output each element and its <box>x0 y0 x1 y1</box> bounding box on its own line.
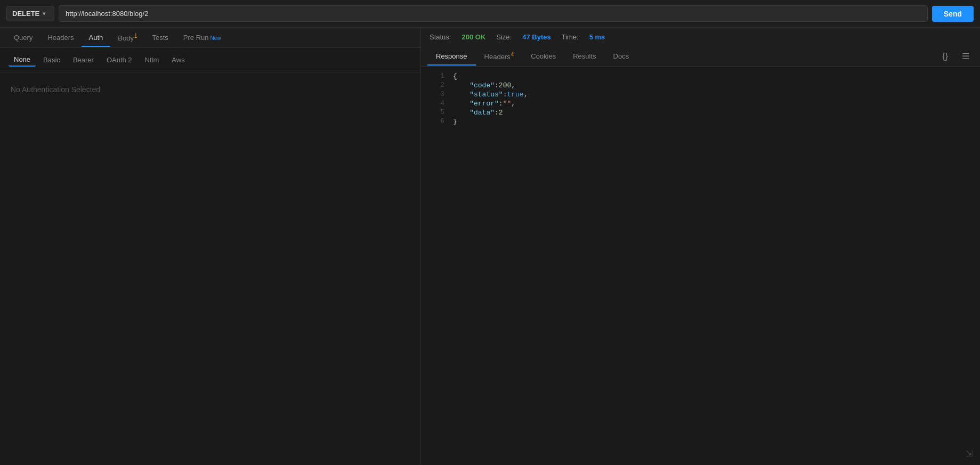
tab-response-label: Response <box>436 52 467 60</box>
code-key-code: "code" <box>453 81 495 89</box>
time-label: Time: <box>562 33 579 41</box>
code-punct-1: { <box>453 72 457 80</box>
size-value: 47 Bytes <box>522 33 550 41</box>
sub-tab-ntlm-label: Ntlm <box>145 56 159 64</box>
tab-headers[interactable]: Headers <box>40 28 81 47</box>
response-tab-bar: Response Headers4 Cookies Results Docs {… <box>421 46 980 67</box>
time-value: 5 ms <box>589 33 605 41</box>
tab-response[interactable]: Response <box>427 47 476 66</box>
sub-tab-bearer-label: Bearer <box>73 56 94 64</box>
sub-tab-oauth2-label: OAuth 2 <box>107 56 132 64</box>
line-num-6: 6 <box>430 118 444 125</box>
sub-tab-basic[interactable]: Basic <box>38 54 66 66</box>
line-num-1: 1 <box>430 72 444 80</box>
tab-query[interactable]: Query <box>6 28 40 47</box>
tab-auth-label: Auth <box>89 34 103 42</box>
status-value: 200 OK <box>461 33 485 41</box>
status-bar: Status: 200 OK Size: 47 Bytes Time: 5 ms <box>421 28 980 46</box>
response-tab-actions: {} ☰ <box>938 49 974 63</box>
code-line-4: 4 "error": "", <box>421 99 980 108</box>
menu-icon[interactable]: ☰ <box>958 49 974 63</box>
format-icon[interactable]: {} <box>938 50 952 63</box>
method-label: DELETE <box>12 10 39 18</box>
resize-icon: ⇲ <box>966 448 973 459</box>
code-viewer: 1 { 2 "code": 200, 3 "status": true, 4 "… <box>421 67 980 465</box>
url-input[interactable] <box>59 5 928 22</box>
tab-response-docs-label: Docs <box>613 52 629 60</box>
sub-tab-ntlm[interactable]: Ntlm <box>140 54 165 66</box>
code-line-3: 3 "status": true, <box>421 90 980 99</box>
code-line-2: 2 "code": 200, <box>421 81 980 90</box>
tab-response-cookies-label: Cookies <box>531 52 556 60</box>
line-num-3: 3 <box>430 91 444 98</box>
left-panel: Query Headers Auth Body1 Tests Pre RunNe… <box>0 28 421 465</box>
line-num-5: 5 <box>430 109 444 116</box>
tab-auth[interactable]: Auth <box>82 28 111 47</box>
line-num-4: 4 <box>430 100 444 107</box>
tab-headers-label: Headers <box>47 34 74 42</box>
tab-response-headers[interactable]: Headers4 <box>476 46 523 66</box>
sub-tab-aws[interactable]: Aws <box>166 54 190 66</box>
code-line-5: 5 "data": 2 <box>421 108 980 117</box>
code-key-status: "status" <box>453 91 503 99</box>
tab-tests[interactable]: Tests <box>145 28 176 47</box>
tab-response-cookies[interactable]: Cookies <box>522 47 564 66</box>
tab-tests-label: Tests <box>152 34 168 42</box>
tab-response-headers-label: Headers <box>484 53 511 61</box>
tab-query-label: Query <box>14 34 33 42</box>
sub-tab-oauth2[interactable]: OAuth 2 <box>101 54 137 66</box>
sub-tab-none-label: None <box>14 55 30 63</box>
code-key-data: "data" <box>453 109 495 117</box>
sub-tab-none[interactable]: None <box>9 53 36 67</box>
sub-tab-basic-label: Basic <box>43 56 60 64</box>
method-selector[interactable]: DELETE ▾ <box>6 6 54 21</box>
sub-tab-bearer[interactable]: Bearer <box>68 54 99 66</box>
size-label: Size: <box>496 33 512 41</box>
left-tab-bar: Query Headers Auth Body1 Tests Pre RunNe… <box>0 28 420 48</box>
tab-response-results-label: Results <box>573 52 596 60</box>
main-layout: Query Headers Auth Body1 Tests Pre RunNe… <box>0 28 980 465</box>
tab-pre-run-label: Pre Run <box>183 34 209 42</box>
auth-sub-tab-bar: None Basic Bearer OAuth 2 Ntlm Aws <box>0 48 420 72</box>
line-num-2: 2 <box>430 81 444 89</box>
tab-body-badge: 1 <box>134 33 137 39</box>
auth-message: No Authentication Selected <box>11 85 100 94</box>
auth-content: No Authentication Selected <box>0 72 420 107</box>
tab-response-headers-badge: 4 <box>511 52 514 58</box>
tab-response-docs[interactable]: Docs <box>605 47 638 66</box>
tab-pre-run[interactable]: Pre RunNew <box>176 28 229 47</box>
sub-tab-aws-label: Aws <box>172 56 184 64</box>
tab-body-label: Body <box>118 34 134 42</box>
tab-body[interactable]: Body1 <box>110 28 144 47</box>
code-line-6: 6 } <box>421 117 980 126</box>
send-button[interactable]: Send <box>932 6 974 22</box>
tab-pre-run-new: New <box>210 35 221 41</box>
code-key-error: "error" <box>453 100 499 108</box>
top-bar: DELETE ▾ Send <box>0 0 980 28</box>
code-punct-6: } <box>453 118 457 126</box>
tab-response-results[interactable]: Results <box>564 47 604 66</box>
chevron-down-icon: ▾ <box>43 11 45 17</box>
status-label: Status: <box>430 33 451 41</box>
right-panel: Status: 200 OK Size: 47 Bytes Time: 5 ms… <box>421 28 980 465</box>
code-line-1: 1 { <box>421 72 980 81</box>
